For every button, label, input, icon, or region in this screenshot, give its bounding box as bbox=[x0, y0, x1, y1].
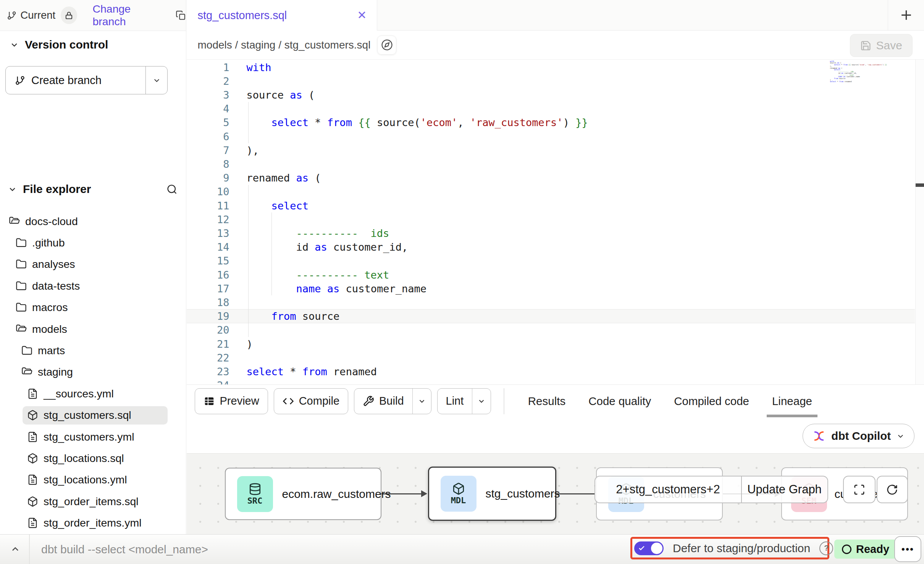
dbt-copilot-button[interactable]: dbt Copilot bbox=[803, 424, 914, 448]
file-explorer-header[interactable]: File explorer bbox=[8, 183, 178, 196]
status-bar: dbt build --select <model_name> Defer to… bbox=[0, 534, 924, 564]
code-line[interactable]: 6 bbox=[187, 130, 914, 143]
file-tree-item-analyses[interactable]: analyses bbox=[0, 254, 186, 275]
compile-button[interactable]: Compile bbox=[274, 388, 348, 414]
ready-status-icon bbox=[842, 545, 851, 554]
update-graph-button[interactable]: Update Graph bbox=[741, 476, 827, 502]
fullscreen-button[interactable] bbox=[843, 476, 876, 503]
file-tree-item-stg-locations-yml[interactable]: stg_locations.yml bbox=[0, 469, 186, 491]
indent-guide bbox=[248, 102, 249, 116]
file-tree-item-docs-cloud[interactable]: docs-cloud bbox=[0, 211, 186, 232]
code-line[interactable]: 1with bbox=[187, 60, 914, 74]
code-line[interactable]: 24 bbox=[187, 379, 914, 384]
file-tree-item-macros[interactable]: macros bbox=[0, 297, 186, 318]
line-number: 17 bbox=[187, 283, 229, 295]
preview-button[interactable]: Preview bbox=[195, 388, 268, 414]
line-number: 15 bbox=[187, 255, 229, 267]
chevron-down-icon bbox=[896, 432, 905, 441]
file-tree-item-stg-customers-sql[interactable]: stg_customers.sql bbox=[0, 405, 186, 426]
code-line[interactable]: 9renamed as ( bbox=[187, 171, 914, 185]
file-tree-item-github[interactable]: .github bbox=[0, 232, 186, 253]
line-number: 13 bbox=[187, 227, 229, 239]
version-control-header[interactable]: Version control bbox=[10, 38, 108, 51]
copilot-compass-chip[interactable] bbox=[377, 36, 396, 55]
change-branch-link[interactable]: Change branch bbox=[92, 3, 162, 28]
code-line[interactable]: 13 ---------- ids bbox=[187, 226, 914, 240]
copy-icon[interactable] bbox=[176, 10, 186, 21]
code-line[interactable]: 18 bbox=[187, 295, 914, 309]
tab-stg-customers-sql[interactable]: stg_customers.sql ✕ bbox=[187, 0, 377, 31]
tab-title: stg_customers.sql bbox=[198, 9, 287, 22]
build-button[interactable]: Build bbox=[354, 388, 431, 414]
search-icon[interactable] bbox=[166, 184, 178, 195]
code-line[interactable]: 20 bbox=[187, 323, 914, 337]
code-line[interactable]: 12 bbox=[187, 212, 914, 226]
file-tree-item-models[interactable]: models bbox=[0, 318, 186, 340]
editor-minimap[interactable]: withsource as ( select * from {{ source(… bbox=[830, 61, 906, 83]
defer-toggle[interactable] bbox=[634, 541, 664, 555]
code-line[interactable]: 17 name as customer_name bbox=[187, 282, 914, 295]
save-label: Save bbox=[876, 39, 902, 52]
file-explorer-title: File explorer bbox=[23, 183, 91, 196]
tab-lineage[interactable]: Lineage bbox=[772, 385, 812, 417]
code-line[interactable]: 16 ---------- text bbox=[187, 268, 914, 282]
code-line[interactable]: 10 bbox=[187, 185, 914, 199]
lock-icon bbox=[65, 11, 73, 20]
code-line[interactable]: 21) bbox=[187, 337, 914, 351]
lineage-node-source[interactable]: SRC ecom.raw_customers bbox=[225, 468, 381, 520]
scrollbar-marker[interactable] bbox=[916, 183, 924, 187]
file-tree-item-stg-customers-yml[interactable]: stg_customers.yml bbox=[0, 426, 186, 447]
code-line[interactable]: 15 bbox=[187, 254, 914, 268]
line-number: 4 bbox=[187, 103, 229, 115]
tab-results[interactable]: Results bbox=[528, 385, 565, 417]
code-line[interactable]: 7), bbox=[187, 143, 914, 157]
chevron-up-icon[interactable] bbox=[10, 544, 21, 554]
code-line[interactable]: 3source as ( bbox=[187, 88, 914, 102]
plus-icon[interactable] bbox=[899, 8, 913, 22]
create-branch-dropdown[interactable] bbox=[145, 66, 167, 94]
lint-dropdown[interactable] bbox=[472, 389, 491, 414]
code-line[interactable]: 23select * from renamed bbox=[187, 365, 914, 378]
build-dropdown[interactable] bbox=[412, 389, 431, 414]
code-line[interactable]: 14 id as customer_id, bbox=[187, 240, 914, 254]
code-line[interactable]: 11 select bbox=[187, 199, 914, 212]
lineage-panel[interactable]: SRC ecom.raw_customers MDL stg_customers… bbox=[187, 453, 924, 535]
chevron-down-icon bbox=[10, 40, 19, 50]
file-tree-item-staging[interactable]: staging bbox=[0, 361, 186, 383]
file-tree-item-data-tests[interactable]: data-tests bbox=[0, 275, 186, 297]
refresh-button[interactable] bbox=[877, 476, 908, 503]
code-line[interactable]: 5 select * from {{ source('ecom', 'raw_c… bbox=[187, 116, 914, 130]
code-line[interactable]: 22 bbox=[187, 351, 914, 365]
copilot-label: dbt Copilot bbox=[831, 429, 891, 442]
save-button[interactable]: Save bbox=[850, 34, 913, 57]
line-number: 19 bbox=[187, 310, 229, 322]
tab-code-quality[interactable]: Code quality bbox=[588, 385, 651, 417]
file-tree-item-stg-order-items-sql[interactable]: stg_order_items.sql bbox=[0, 491, 186, 512]
lineage-selector-input[interactable]: 2+stg_customers+2 bbox=[595, 476, 741, 502]
line-number: 8 bbox=[187, 158, 229, 170]
file-tree-item-marts[interactable]: marts bbox=[0, 340, 186, 361]
lint-button[interactable]: Lint bbox=[437, 388, 491, 414]
file-tree-item-sources-yml[interactable]: __sources.yml bbox=[0, 383, 186, 404]
save-icon bbox=[860, 40, 871, 51]
help-icon[interactable]: ? bbox=[819, 541, 833, 555]
tabbar-divider bbox=[888, 0, 888, 30]
overflow-menu-button[interactable]: ••• bbox=[894, 536, 921, 562]
file-tree-label: stg_order_items.sql bbox=[44, 495, 139, 508]
file-tree-item-stg-order-items-yml[interactable]: stg_order_items.yml bbox=[0, 512, 186, 533]
ready-label: Ready bbox=[856, 543, 889, 556]
file-tree-item-stg-locations-sql[interactable]: stg_locations.sql bbox=[0, 447, 186, 469]
create-branch-button[interactable]: Create branch bbox=[5, 66, 168, 94]
command-input[interactable]: dbt build --select <model_name> bbox=[41, 535, 208, 564]
file-tree-label: models bbox=[32, 323, 67, 335]
close-icon[interactable]: ✕ bbox=[357, 10, 367, 21]
code-line[interactable]: 8 bbox=[187, 157, 914, 171]
code-line[interactable]: 2 bbox=[187, 74, 914, 88]
editor-scrollbar[interactable] bbox=[915, 60, 924, 384]
lineage-node-model-selected[interactable]: MDL stg_customers bbox=[428, 467, 556, 521]
lineage-node-label: ecom.raw_customers bbox=[282, 488, 391, 501]
tab-compiled-code[interactable]: Compiled code bbox=[674, 385, 749, 417]
code-line[interactable]: 4 bbox=[187, 102, 914, 116]
code-editor[interactable]: 1with23source as (45 select * from {{ so… bbox=[187, 60, 924, 384]
code-line[interactable]: 19 from source bbox=[187, 310, 914, 323]
